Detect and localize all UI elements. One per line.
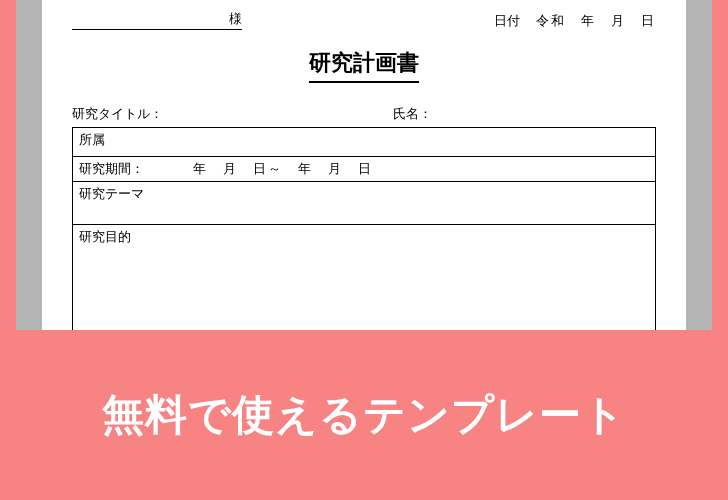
purpose-label: 研究目的 bbox=[79, 229, 131, 244]
theme-cell: 研究テーマ bbox=[73, 182, 656, 225]
header-row: 様 日付 令和 年 月 日 bbox=[72, 10, 656, 30]
name-label: 氏名： bbox=[393, 105, 656, 123]
date-fields: 令和 年 月 日 bbox=[536, 12, 656, 30]
title-wrap: 研究計画書 bbox=[72, 30, 656, 105]
purpose-cell: 研究目的 bbox=[73, 225, 656, 331]
form-table: 所属 研究期間： 年 月 日～ 年 月 日 研究テーマ 研 bbox=[72, 127, 656, 330]
banner: 無料で使えるテンプレート bbox=[0, 330, 728, 500]
date-row: 日付 令和 年 月 日 bbox=[494, 12, 656, 30]
era-label: 令和 bbox=[536, 13, 566, 28]
period-label: 研究期間： bbox=[79, 161, 144, 176]
research-title-label: 研究タイトル： bbox=[72, 105, 393, 123]
addressee-suffix: 様 bbox=[229, 11, 242, 26]
document-title: 研究計画書 bbox=[309, 48, 419, 83]
right-accent-bar bbox=[712, 0, 728, 330]
month-unit: 月 bbox=[611, 13, 626, 28]
left-accent-bar bbox=[0, 0, 16, 330]
theme-label: 研究テーマ bbox=[79, 186, 144, 201]
thumbnail-container: 様 日付 令和 年 月 日 研究計画書 研究タイトル： 氏名： bbox=[0, 0, 728, 500]
row-affiliation: 所属 bbox=[73, 128, 656, 157]
affiliation-label: 所属 bbox=[79, 132, 105, 147]
period-cell: 研究期間： 年 月 日～ 年 月 日 bbox=[73, 157, 656, 182]
date-label: 日付 bbox=[494, 12, 520, 30]
document-preview-area: 様 日付 令和 年 月 日 研究計画書 研究タイトル： 氏名： bbox=[16, 0, 712, 330]
meta-row: 研究タイトル： 氏名： bbox=[72, 105, 656, 123]
row-period: 研究期間： 年 月 日～ 年 月 日 bbox=[73, 157, 656, 182]
addressee-field: 様 bbox=[72, 10, 242, 30]
banner-text: 無料で使えるテンプレート bbox=[102, 387, 626, 443]
period-template: 年 月 日～ 年 月 日 bbox=[148, 161, 373, 176]
affiliation-cell: 所属 bbox=[73, 128, 656, 157]
row-theme: 研究テーマ bbox=[73, 182, 656, 225]
document-page: 様 日付 令和 年 月 日 研究計画書 研究タイトル： 氏名： bbox=[42, 0, 686, 330]
day-unit: 日 bbox=[641, 13, 656, 28]
row-purpose: 研究目的 bbox=[73, 225, 656, 331]
year-unit: 年 bbox=[581, 13, 596, 28]
